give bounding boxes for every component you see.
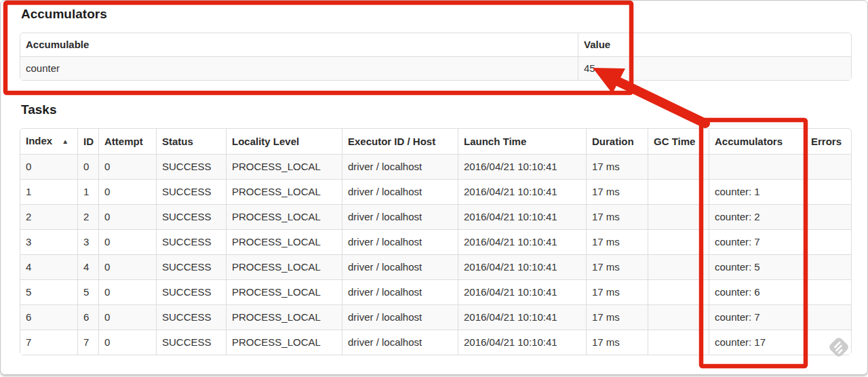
cell-locality: PROCESS_LOCAL <box>226 304 342 330</box>
column-header-status[interactable]: Status <box>156 129 226 154</box>
cell-id: 3 <box>77 229 98 254</box>
table-row: 3 3 0 SUCCESS PROCESS_LOCAL driver / loc… <box>20 229 851 254</box>
cell-accumulators <box>709 154 805 179</box>
column-header-index[interactable]: Index▲ <box>20 129 77 154</box>
cell-accumulators: counter: 2 <box>709 204 805 229</box>
cell-accumulators: counter: 6 <box>709 279 805 304</box>
cell-status: SUCCESS <box>156 304 226 330</box>
column-header-executor-id-host[interactable]: Executor ID / Host <box>342 129 458 154</box>
column-header-attempt[interactable]: Attempt <box>98 129 156 154</box>
cell-executor: driver / localhost <box>342 229 458 254</box>
column-header-value[interactable]: Value <box>578 33 851 56</box>
cell-status: SUCCESS <box>156 154 226 179</box>
table-row: 6 6 0 SUCCESS PROCESS_LOCAL driver / loc… <box>20 304 851 330</box>
cell-executor: driver / localhost <box>342 304 458 330</box>
cell-duration: 17 ms <box>586 204 648 229</box>
cell-gc-time <box>648 229 709 254</box>
cell-gc-time <box>648 179 709 204</box>
cell-accumulators: counter: 7 <box>709 304 805 330</box>
cell-launch-time: 2016/04/21 10:10:41 <box>458 330 586 355</box>
column-header-locality-level[interactable]: Locality Level <box>226 129 342 154</box>
cell-accumulators: counter: 1 <box>709 179 805 204</box>
cell-id: 1 <box>77 179 98 204</box>
table-row: 0 0 0 SUCCESS PROCESS_LOCAL driver / loc… <box>20 154 851 179</box>
accumulators-table: Accumulable Value counter 45 <box>20 33 852 81</box>
cell-gc-time <box>648 204 709 229</box>
cell-launch-time: 2016/04/21 10:10:41 <box>458 229 586 254</box>
column-header-errors[interactable]: Errors <box>805 129 851 154</box>
tasks-header-row: Index▲ ID Attempt Status Locality Level … <box>20 129 851 154</box>
cell-attempt: 0 <box>98 179 156 204</box>
table-row: 1 1 0 SUCCESS PROCESS_LOCAL driver / loc… <box>20 179 851 204</box>
cell-executor: driver / localhost <box>342 330 458 355</box>
cell-executor: driver / localhost <box>342 204 458 229</box>
cell-executor: driver / localhost <box>342 179 458 204</box>
cell-errors <box>805 330 851 355</box>
cell-index: 6 <box>20 304 77 330</box>
cell-duration: 17 ms <box>586 279 648 304</box>
column-header-gc-time[interactable]: GC Time <box>648 129 709 154</box>
cell-id: 2 <box>77 204 98 229</box>
screenshot-frame: Accumulators Accumulable Value counter 4… <box>0 0 868 375</box>
cell-locality: PROCESS_LOCAL <box>226 279 342 304</box>
cell-accumulators: counter: 17 <box>709 330 805 355</box>
cell-attempt: 0 <box>98 154 156 179</box>
cell-attempt: 0 <box>98 304 156 330</box>
cell-index: 5 <box>20 279 77 304</box>
cell-gc-time <box>648 304 709 330</box>
cell-attempt: 0 <box>98 229 156 254</box>
table-row: 7 7 0 SUCCESS PROCESS_LOCAL driver / loc… <box>20 330 851 355</box>
cell-launch-time: 2016/04/21 10:10:41 <box>458 154 586 179</box>
cell-launch-time: 2016/04/21 10:10:41 <box>458 204 586 229</box>
accumulators-section-title: Accumulators <box>21 7 107 22</box>
cell-errors <box>805 254 851 279</box>
column-header-launch-time[interactable]: Launch Time <box>458 129 586 154</box>
cell-attempt: 0 <box>98 254 156 279</box>
cell-gc-time <box>648 154 709 179</box>
cell-locality: PROCESS_LOCAL <box>226 254 342 279</box>
cell-duration: 17 ms <box>586 179 648 204</box>
tasks-section-title: Tasks <box>21 102 56 117</box>
cell-errors <box>805 154 851 179</box>
cell-launch-time: 2016/04/21 10:10:41 <box>458 254 586 279</box>
cell-id: 6 <box>77 304 98 330</box>
cell-errors <box>805 304 851 330</box>
cell-executor: driver / localhost <box>342 154 458 179</box>
accumulable-value-cell: 45 <box>578 56 851 80</box>
cell-duration: 17 ms <box>586 154 648 179</box>
cell-locality: PROCESS_LOCAL <box>226 154 342 179</box>
accumulators-header-row: Accumulable Value <box>20 33 851 56</box>
cell-index: 0 <box>20 154 77 179</box>
table-row: counter 45 <box>20 56 851 80</box>
accumulable-name-cell: counter <box>20 56 578 80</box>
column-header-accumulable[interactable]: Accumulable <box>20 33 578 56</box>
cell-duration: 17 ms <box>586 330 648 355</box>
cell-gc-time <box>648 279 709 304</box>
cell-attempt: 0 <box>98 279 156 304</box>
cell-errors <box>805 204 851 229</box>
cell-duration: 17 ms <box>586 254 648 279</box>
column-header-id[interactable]: ID <box>77 129 98 154</box>
column-header-duration[interactable]: Duration <box>586 129 648 154</box>
cell-index: 4 <box>20 254 77 279</box>
cell-launch-time: 2016/04/21 10:10:41 <box>458 179 586 204</box>
cell-status: SUCCESS <box>156 279 226 304</box>
cell-status: SUCCESS <box>156 330 226 355</box>
cell-duration: 17 ms <box>586 229 648 254</box>
table-row: 4 4 0 SUCCESS PROCESS_LOCAL driver / loc… <box>20 254 851 279</box>
cell-launch-time: 2016/04/21 10:10:41 <box>458 279 586 304</box>
cell-id: 4 <box>77 254 98 279</box>
cell-accumulators: counter: 5 <box>709 254 805 279</box>
cell-executor: driver / localhost <box>342 279 458 304</box>
cell-index: 1 <box>20 179 77 204</box>
tasks-table: Index▲ ID Attempt Status Locality Level … <box>20 128 852 355</box>
cell-locality: PROCESS_LOCAL <box>226 179 342 204</box>
cell-launch-time: 2016/04/21 10:10:41 <box>458 304 586 330</box>
cell-locality: PROCESS_LOCAL <box>226 330 342 355</box>
index-header-label: Index <box>26 135 52 146</box>
cell-executor: driver / localhost <box>342 254 458 279</box>
cell-accumulators: counter: 7 <box>709 229 805 254</box>
cell-status: SUCCESS <box>156 204 226 229</box>
column-header-accumulators[interactable]: Accumulators <box>709 129 805 154</box>
cell-attempt: 0 <box>98 330 156 355</box>
